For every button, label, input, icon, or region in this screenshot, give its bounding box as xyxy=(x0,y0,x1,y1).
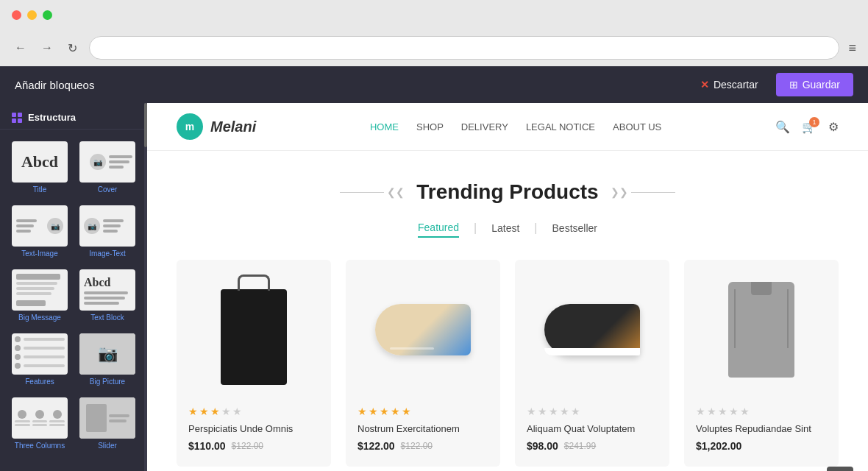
discard-button[interactable]: ✕ Descartar xyxy=(691,74,767,95)
product-name-bag: Perspiciatis Unde Omnis xyxy=(177,420,331,437)
shop-logo: m Melani xyxy=(177,113,256,140)
product-card-sneakers: ★★★★★ Aliquam Quat Voluptatem $98.00 $24… xyxy=(515,260,669,467)
settings-icon[interactable]: ⚙ xyxy=(828,120,839,134)
nav-shop[interactable]: SHOP xyxy=(416,121,444,132)
price-original-bag: $122.00 xyxy=(232,441,263,451)
sidebar-item-features[interactable]: Features xyxy=(6,327,74,392)
price-current-jacket: $1,202.00 xyxy=(696,440,741,452)
minimize-button[interactable] xyxy=(27,10,37,20)
big-picture-label: Big Picture xyxy=(90,378,125,386)
products-grid: ★★★★★ Perspiciatis Unde Omnis $110.00 $1… xyxy=(177,260,839,467)
logo-circle: m xyxy=(177,113,203,140)
sidebar: Estructura Abcd Title 📷 xyxy=(0,103,147,471)
big-message-preview xyxy=(12,269,68,311)
sidebar-item-cover[interactable]: 📷 Cover xyxy=(74,135,141,199)
cover-preview: 📷 xyxy=(79,141,135,183)
image-text-preview: 📷 xyxy=(79,205,135,247)
tab-divider-1: | xyxy=(474,222,477,235)
browser-toolbar: ← → ↻ ≡ xyxy=(0,29,868,66)
sidebar-item-title[interactable]: Abcd Title xyxy=(6,135,74,199)
cart-icon[interactable]: 🛒 1 xyxy=(802,120,817,134)
sidebar-item-image-text[interactable]: 📷 Image-Text xyxy=(74,199,141,263)
price-original-sneakers: $241.99 xyxy=(564,441,596,451)
tab-latest[interactable]: Latest xyxy=(491,219,519,237)
app-container: Estructura Abcd Title 📷 xyxy=(0,103,868,471)
x-icon: ✕ xyxy=(700,79,709,91)
address-bar[interactable] xyxy=(89,36,839,60)
nav-home[interactable]: HOME xyxy=(370,121,399,132)
sidebar-item-slider[interactable]: Slider xyxy=(74,392,141,456)
text-block-label: Text Block xyxy=(90,314,124,322)
product-name-shoes: Nostrum Exercitationem xyxy=(346,420,500,437)
title-label: Title xyxy=(33,185,47,194)
product-image-sneakers xyxy=(515,260,669,400)
save-icon: ⊞ xyxy=(789,79,798,91)
product-price-shoes: $122.00 $122.00 xyxy=(346,437,500,455)
nav-delivery[interactable]: DELIVERY xyxy=(461,121,508,132)
camera-icon: 📷 xyxy=(98,344,118,364)
product-image-shoes xyxy=(346,260,500,400)
slider-label: Slider xyxy=(98,442,117,450)
title-preview: Abcd xyxy=(12,141,68,183)
forward-button[interactable]: → xyxy=(38,38,56,57)
shop-nav: m Melani HOME SHOP DELIVERY LEGAL NOTICE… xyxy=(147,103,868,151)
three-columns-label: Three Columns xyxy=(15,442,65,450)
cover-label: Cover xyxy=(98,185,118,194)
nav-about[interactable]: ABOUT US xyxy=(613,121,661,132)
sidebar-item-text-block[interactable]: Abcd Text Block xyxy=(74,263,141,327)
section-tabs: Featured | Latest | Bestseller xyxy=(177,219,839,238)
price-current-shoes: $122.00 xyxy=(357,440,395,452)
features-label: Features xyxy=(25,378,54,386)
product-price-jacket: $1,202.00 xyxy=(684,437,839,455)
product-image-jacket xyxy=(684,260,839,400)
big-picture-preview: 📷 xyxy=(79,333,135,375)
scroll-to-top-button[interactable]: ▲ xyxy=(827,467,853,471)
tab-divider-2: | xyxy=(534,222,537,235)
sidebar-header: Estructura xyxy=(0,103,147,130)
refresh-button[interactable]: ↻ xyxy=(65,38,80,58)
product-image-bag xyxy=(177,260,331,400)
product-card-jacket: ★★★★★ Voluptes Repudiandae Sint $1,202.0… xyxy=(684,260,839,467)
features-preview xyxy=(12,333,68,375)
save-button[interactable]: ⊞ Guardar xyxy=(776,73,853,96)
section-title-deco: ❮❮ Trending Products ❯❯ xyxy=(177,180,839,204)
sidebar-item-big-message[interactable]: Big Message xyxy=(6,263,74,327)
sidebar-item-text-image[interactable]: 📷 Text-Image xyxy=(6,199,74,263)
sidebar-item-three-columns[interactable]: Three Columns xyxy=(6,392,74,456)
topbar-actions: ✕ Descartar ⊞ Guardar xyxy=(691,73,853,96)
browser-titlebar xyxy=(0,0,868,29)
text-image-preview: 📷 xyxy=(12,205,68,247)
image-text-label: Image-Text xyxy=(89,249,125,258)
logo-name: Melani xyxy=(210,118,256,135)
shop-section: ❮❮ Trending Products ❯❯ Featured | Lates… xyxy=(147,151,868,471)
sidebar-item-big-picture[interactable]: 📷 Big Picture xyxy=(74,327,141,392)
tab-bestseller[interactable]: Bestseller xyxy=(552,219,597,237)
text-image-label: Text-Image xyxy=(21,249,57,258)
product-stars-jacket: ★★★★★ xyxy=(684,400,839,420)
grid-icon xyxy=(12,113,22,123)
browser-chrome: ← → ↻ ≡ xyxy=(0,0,868,66)
product-name-sneakers: Aliquam Quat Voluptatem xyxy=(515,420,669,437)
text-block-preview: Abcd xyxy=(79,269,135,311)
tab-featured[interactable]: Featured xyxy=(418,219,459,238)
big-message-label: Big Message xyxy=(18,314,61,322)
close-button[interactable] xyxy=(12,10,21,20)
back-button[interactable]: ← xyxy=(12,38,29,57)
price-original-shoes: $122.00 xyxy=(401,441,433,451)
section-title: Trending Products xyxy=(416,180,598,204)
shop-menu: HOME SHOP DELIVERY LEGAL NOTICE ABOUT US xyxy=(370,120,661,133)
sidebar-header-label: Estructura xyxy=(28,112,76,123)
price-current-bag: $110.00 xyxy=(188,440,226,452)
browser-menu-button[interactable]: ≡ xyxy=(848,40,856,56)
product-card-shoes: ★★★★★ Nostrum Exercitationem $122.00 $12… xyxy=(346,260,500,467)
product-stars-sneakers: ★★★★★ xyxy=(515,400,669,420)
main-content: m Melani HOME SHOP DELIVERY LEGAL NOTICE… xyxy=(147,103,868,471)
product-stars-shoes: ★★★★★ xyxy=(346,400,500,420)
search-icon[interactable]: 🔍 xyxy=(775,120,790,134)
product-card-bag: ★★★★★ Perspiciatis Unde Omnis $110.00 $1… xyxy=(177,260,331,467)
product-name-jacket: Voluptes Repudiandae Sint xyxy=(684,420,839,437)
price-current-sneakers: $98.00 xyxy=(527,440,558,452)
nav-legal[interactable]: LEGAL NOTICE xyxy=(526,121,595,132)
shop-nav-icons: 🔍 🛒 1 ⚙ xyxy=(775,120,839,134)
maximize-button[interactable] xyxy=(43,10,52,20)
